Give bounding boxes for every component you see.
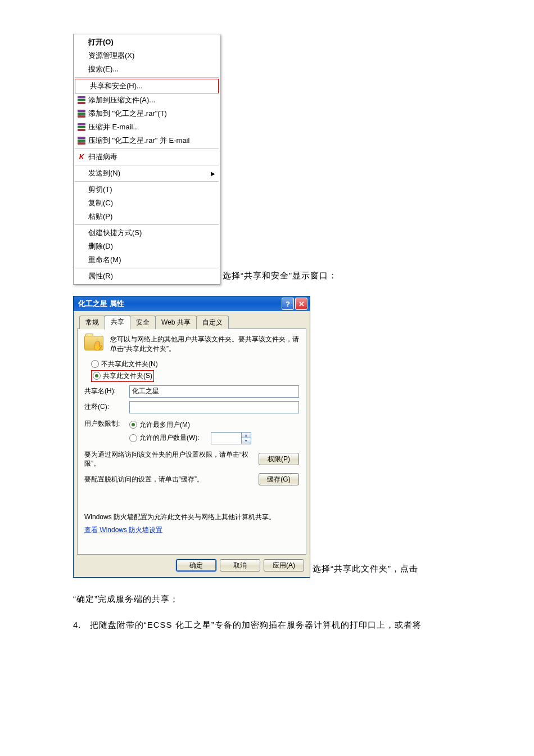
menu-create-shortcut[interactable]: 创建快捷方式(S) <box>74 226 220 240</box>
menu-label: 压缩到 "化工之星.rar" 并 E-mail <box>88 136 189 146</box>
menu-explorer[interactable]: 资源管理器(X) <box>74 49 220 62</box>
menu-add-to-rar[interactable]: 添加到 "化工之星.rar"(T) <box>74 107 220 120</box>
close-button[interactable]: ✕ <box>295 298 307 310</box>
menu-divider <box>75 148 219 149</box>
archive-icon <box>76 96 87 105</box>
menu-label: 共享和安全(H)... <box>90 81 143 91</box>
menu-compress-email[interactable]: 压缩并 E-mail... <box>74 120 220 134</box>
field-share-name: 共享名(H): <box>84 385 299 398</box>
menu-compress-rar-email[interactable]: 压缩到 "化工之星.rar" 并 E-mail <box>74 134 220 147</box>
button-label: 确定 <box>189 561 203 569</box>
blank-icon <box>76 65 87 74</box>
radio-max-users[interactable]: 允许最多用户(M) <box>129 420 299 430</box>
menu-search[interactable]: 搜索(E)... <box>74 62 220 76</box>
blank-icon <box>76 272 87 281</box>
menu-label: 重命名(M) <box>88 255 121 265</box>
menu-divider <box>75 165 219 165</box>
archive-icon <box>76 123 87 132</box>
menu-copy[interactable]: 复制(C) <box>74 196 220 210</box>
menu-paste[interactable]: 粘贴(P) <box>74 210 220 223</box>
ok-button[interactable]: 确定 <box>176 559 216 572</box>
step-4: 4. 把随盘附带的“ECSS 化工之星”专备的加密狗插在服务器计算机的打印口上，… <box>73 615 461 635</box>
blank-icon <box>76 38 87 47</box>
comment-label: 注释(C): <box>84 402 129 412</box>
blank-icon <box>76 185 87 194</box>
menu-label: 剪切(T) <box>88 184 112 195</box>
dialog-tabs: 常规 共享 安全 Web 共享 自定义 <box>77 314 306 329</box>
help-button[interactable]: ? <box>282 298 294 310</box>
intro-text: 您可以与网络上的其他用户共享该文件夹。要共享该文件夹，请单击“共享此文件夹”。 <box>110 335 299 354</box>
radio-allow-count[interactable]: 允许的用户数量(W): ▲ ▼ <box>129 432 299 444</box>
spinner-buttons[interactable]: ▲ ▼ <box>241 433 251 444</box>
radio-icon <box>91 360 99 368</box>
cache-button[interactable]: 缓存(G) <box>259 473 299 485</box>
spin-down-icon[interactable]: ▼ <box>242 438 251 444</box>
figure-dialog-row: 化工之星 属性 ? ✕ 常规 共享 安全 Web 共享 自定义 <box>73 296 461 578</box>
user-count-spinner[interactable]: ▲ ▼ <box>211 432 251 444</box>
blank-icon <box>78 82 89 91</box>
tab-share[interactable]: 共享 <box>105 315 130 330</box>
menu-label: 添加到 "化工之星.rar"(T) <box>88 109 167 119</box>
radio-label: 允许最多用户(M) <box>139 420 190 430</box>
menu-properties[interactable]: 属性(R) <box>74 269 220 283</box>
menu-label: 打开(O) <box>88 37 114 47</box>
blank-icon <box>76 228 87 237</box>
dialog-titlebar[interactable]: 化工之星 属性 ? ✕ <box>74 296 310 311</box>
menu-share-security[interactable]: 共享和安全(H)... <box>75 79 218 93</box>
step-number: 4. <box>73 620 82 629</box>
permissions-button[interactable]: 权限(P) <box>259 453 299 465</box>
radio-label: 允许的用户数量(W): <box>139 433 200 443</box>
dialog-intro: ✋ 您可以与网络上的其他用户共享该文件夹。要共享该文件夹，请单击“共享此文件夹”… <box>84 335 299 354</box>
dialog-body: 常规 共享 安全 Web 共享 自定义 ✋ 您可以与网络上的其他用户共享该文件夹… <box>74 311 310 577</box>
step-text: 把随盘附带的“ECSS 化工之星”专备的加密狗插在服务器计算机的打印口上，或者将 <box>90 620 422 629</box>
context-menu: 打开(O) 资源管理器(X) 搜索(E)... 共享和安全(H)... 添加到压… <box>73 34 220 285</box>
tab-label: 自定义 <box>202 318 223 326</box>
menu-scan-virus[interactable]: K 扫描病毒 <box>74 150 220 164</box>
cache-section: 要配置脱机访问的设置，请单击“缓存”。 缓存(G) <box>84 473 299 485</box>
share-name-label: 共享名(H): <box>84 386 129 396</box>
menu-cut[interactable]: 剪切(T) <box>74 183 220 196</box>
permissions-text: 要为通过网络访问该文件夹的用户设置权限，请单击“权限”。 <box>84 450 259 469</box>
blank-icon <box>76 199 87 208</box>
menu-send-to[interactable]: 发送到(N) ▶ <box>74 166 220 180</box>
spin-up-icon[interactable]: ▲ <box>242 433 251 439</box>
radio-icon <box>93 372 101 380</box>
menu-add-archive[interactable]: 添加到压缩文件(A)... <box>74 93 220 107</box>
tab-label: Web 共享 <box>161 318 191 326</box>
menu-rename[interactable]: 重命名(M) <box>74 253 220 267</box>
firewall-text: Windows 防火墙配置为允许此文件夹与网络上其他计算机共享。 <box>84 512 299 522</box>
radio-icon <box>129 434 137 442</box>
menu-open[interactable]: 打开(O) <box>74 35 220 49</box>
radio-label: 不共享此文件夹(N) <box>101 359 158 369</box>
button-label: 权限(P) <box>268 455 290 463</box>
tab-label: 共享 <box>111 318 124 326</box>
menu-label: 扫描病毒 <box>88 152 117 162</box>
tab-general[interactable]: 常规 <box>79 316 105 329</box>
archive-icon <box>76 109 87 118</box>
apply-button[interactable]: 应用(A) <box>264 559 304 572</box>
cache-text: 要配置脱机访问的设置，请单击“缓存”。 <box>84 475 259 484</box>
radio-no-share[interactable]: 不共享此文件夹(N) <box>91 359 299 369</box>
menu-label: 发送到(N) <box>88 168 120 178</box>
blank-icon <box>76 255 87 264</box>
radio-label: 共享此文件夹(S) <box>103 371 152 381</box>
blank-icon <box>76 212 87 221</box>
button-label: 取消 <box>233 561 247 569</box>
comment-input[interactable] <box>129 401 299 413</box>
menu-label: 粘贴(P) <box>88 212 112 222</box>
permissions-section: 要为通过网络访问该文件夹的用户设置权限，请单击“权限”。 权限(P) <box>84 450 299 469</box>
menu-label: 搜索(E)... <box>88 64 119 74</box>
firewall-link[interactable]: 查看 Windows 防火墙设置 <box>84 525 299 535</box>
cancel-button[interactable]: 取消 <box>220 559 260 572</box>
button-label: 应用(A) <box>273 561 295 569</box>
menu-label: 删除(D) <box>88 241 113 251</box>
properties-dialog: 化工之星 属性 ? ✕ 常规 共享 安全 Web 共享 自定义 <box>73 296 310 578</box>
share-name-input[interactable] <box>129 385 299 398</box>
tab-web-share[interactable]: Web 共享 <box>155 316 197 329</box>
dialog-button-row: 确定 取消 应用(A) <box>77 555 306 573</box>
tab-custom[interactable]: 自定义 <box>196 316 229 329</box>
radio-share-highlight[interactable]: 共享此文件夹(S) <box>91 370 154 382</box>
tab-security[interactable]: 安全 <box>130 316 156 329</box>
menu-delete[interactable]: 删除(D) <box>74 240 220 253</box>
tab-label: 安全 <box>136 318 150 326</box>
